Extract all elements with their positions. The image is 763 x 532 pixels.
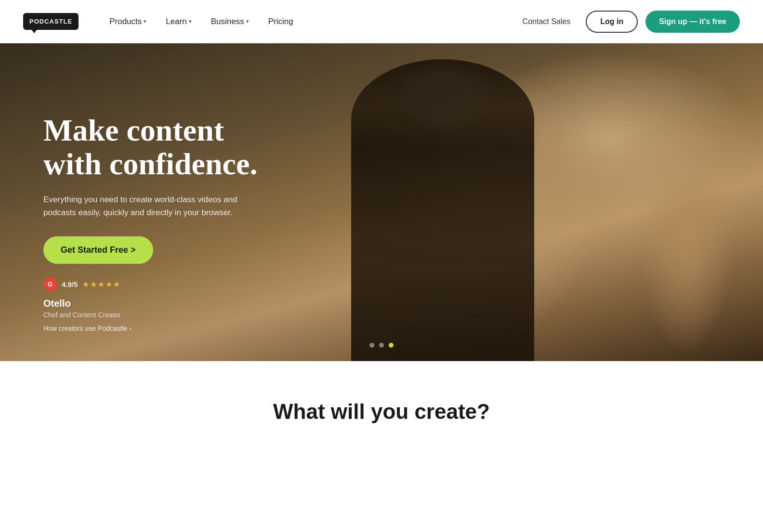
nav-pricing-label: Pricing	[268, 17, 293, 26]
hero-section: Make content with confidence. Everything…	[0, 43, 763, 361]
bottom-section: What will you create?	[0, 361, 763, 443]
hero-person-image	[351, 59, 534, 361]
carousel-dot-3[interactable]	[389, 343, 394, 348]
nav-business-label: Business	[211, 17, 244, 26]
hero-title: Make content with confidence.	[43, 114, 257, 182]
creator-name: Otello	[43, 298, 132, 309]
nav-business[interactable]: Business ▾	[203, 13, 257, 30]
chevron-down-icon: ▾	[189, 18, 192, 25]
signup-button[interactable]: Sign up — it's free	[645, 11, 740, 33]
hero-creator-info: Otello Chef and Content Creator How crea…	[43, 298, 132, 332]
hero-content: Make content with confidence. Everything…	[43, 114, 257, 291]
star-rating: ★★★★★	[82, 280, 121, 289]
nav-links: Products ▾ Learn ▾ Business ▾ Pricing	[102, 13, 514, 30]
logo[interactable]: PODCASTLE	[23, 13, 79, 30]
hero-carousel-dots	[369, 343, 394, 348]
nav-learn[interactable]: Learn ▾	[158, 13, 199, 30]
rating-row: G 4.9/5 ★★★★★	[43, 277, 257, 291]
arrow-right-icon: ›	[129, 324, 132, 332]
carousel-dot-1[interactable]	[369, 343, 374, 348]
get-started-button[interactable]: Get Started Free >	[43, 236, 153, 264]
chevron-down-icon: ▾	[144, 18, 146, 25]
nav-right: Contact Sales Log in Sign up — it's free	[515, 11, 740, 33]
nav-products-label: Products	[109, 17, 142, 26]
bottom-heading: What will you create?	[23, 400, 740, 424]
chevron-down-icon: ▾	[246, 18, 249, 25]
navbar: PODCASTLE Products ▾ Learn ▾ Business ▾ …	[0, 0, 763, 43]
rating-score: 4.9/5	[62, 280, 78, 288]
nav-products[interactable]: Products ▾	[102, 13, 154, 30]
creator-role: Chef and Content Creator	[43, 311, 132, 319]
contact-sales-link[interactable]: Contact Sales	[515, 13, 579, 30]
login-button[interactable]: Log in	[586, 11, 638, 33]
carousel-dot-2[interactable]	[379, 343, 384, 348]
hero-subtitle: Everything you need to create world-clas…	[43, 193, 246, 219]
nav-learn-label: Learn	[166, 17, 186, 26]
creators-link[interactable]: How creators use Podcastle ›	[43, 324, 132, 332]
g2-badge: G	[43, 277, 57, 291]
nav-pricing[interactable]: Pricing	[261, 13, 301, 30]
logo-text: PODCASTLE	[23, 13, 79, 30]
